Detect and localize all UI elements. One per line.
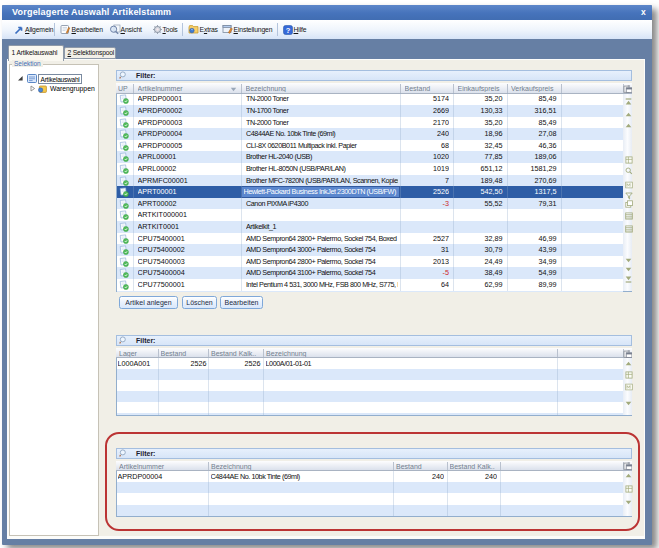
svg-text:?: ?	[286, 25, 291, 34]
